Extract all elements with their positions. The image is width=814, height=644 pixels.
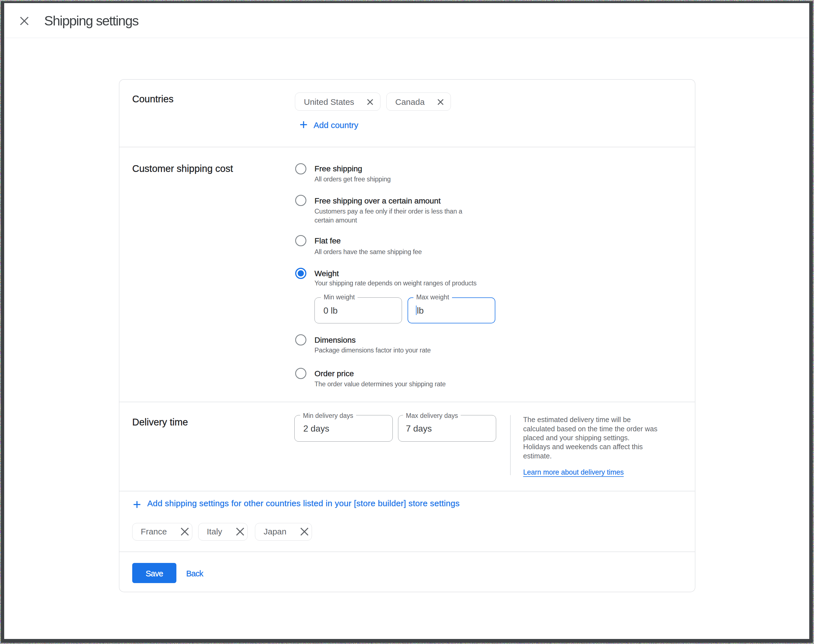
chip-remove-icon[interactable] xyxy=(437,99,444,105)
save-button-label[interactable]: Save xyxy=(132,570,176,578)
chip-united-states: United States xyxy=(295,92,380,111)
radio-description: Package dimensions factor into your rate xyxy=(314,347,431,354)
add-country-plus-icon[interactable] xyxy=(300,121,307,128)
chip-label: United States xyxy=(304,98,354,106)
chip-canada: Canada xyxy=(386,92,451,111)
radio-description: All orders get free shipping xyxy=(314,176,391,183)
section-divider xyxy=(120,491,695,491)
radio-label[interactable]: Dimensions xyxy=(314,336,356,344)
chip-label: Canada xyxy=(395,98,425,106)
radio-unselected-option-3[interactable] xyxy=(295,235,307,246)
max-weight-value[interactable]: lb xyxy=(417,306,424,315)
delivery-note-line: The estimated delivery time will be xyxy=(523,416,631,423)
chip-remove-icon[interactable] xyxy=(300,527,309,536)
text-caret xyxy=(416,305,417,315)
max-weight-floating-label: Max weight xyxy=(414,294,452,301)
add-shipping-settings-link[interactable]: Add shipping settings for other countrie… xyxy=(147,499,460,508)
min-weight-floating-label: Min weight xyxy=(321,294,357,301)
radio-label[interactable]: Weight xyxy=(314,270,339,277)
chip-remove-icon[interactable] xyxy=(181,527,189,536)
radio-unselected-option-2[interactable] xyxy=(295,195,307,206)
radio-description: Customers pay a fee only if their order … xyxy=(314,208,462,215)
delivery-note-line: placed and your shipping settings. xyxy=(523,434,630,442)
settings-card: Countries United States Canada Add count… xyxy=(120,80,695,592)
customer-shipping-cost-label: Customer shipping cost xyxy=(132,164,233,173)
radio-unselected-option-6[interactable] xyxy=(295,368,307,379)
section-divider xyxy=(120,402,695,402)
close-icon[interactable] xyxy=(20,17,29,25)
radio-description: certain amount xyxy=(314,217,357,224)
chip-label: Italy xyxy=(207,527,222,536)
header-divider xyxy=(4,38,809,38)
chip-label: France xyxy=(141,527,167,536)
radio-label[interactable]: Order price xyxy=(314,370,354,377)
radio-unselected-option-5[interactable] xyxy=(295,334,307,345)
shipping-settings-dialog: { "header": { "title": "Shipping setting… xyxy=(0,0,814,644)
radio-selected-option-4[interactable] xyxy=(295,268,307,279)
radio-description: All orders have the same shipping fee xyxy=(314,249,422,256)
radio-label[interactable]: Free shipping over a certain amount xyxy=(314,197,440,205)
note-divider xyxy=(510,415,510,475)
chip-remove-icon[interactable] xyxy=(367,99,374,105)
chip-label: Japan xyxy=(264,527,287,536)
min-delivery-days-floating-label: Min delivery days xyxy=(300,412,356,419)
min-delivery-days-value[interactable]: 2 days xyxy=(303,424,329,433)
add-shipping-settings-plus-icon[interactable] xyxy=(133,501,141,508)
chip-remove-icon[interactable] xyxy=(236,527,244,536)
section-divider xyxy=(120,552,695,552)
chip-france: France xyxy=(132,523,192,541)
section-divider xyxy=(120,147,695,147)
min-weight-value[interactable]: 0 lb xyxy=(323,306,338,315)
radio-unselected-option-1[interactable] xyxy=(295,163,307,175)
chip-japan: Japan xyxy=(255,523,312,541)
radio-label[interactable]: Flat fee xyxy=(314,237,341,245)
learn-more-link[interactable]: Learn more about delivery times xyxy=(523,469,624,476)
radio-description: Your shipping rate depends on weight ran… xyxy=(314,280,477,287)
delivery-time-label: Delivery time xyxy=(132,417,188,427)
add-country-link[interactable]: Add country xyxy=(314,121,358,129)
chip-italy: Italy xyxy=(198,523,248,541)
countries-label: Countries xyxy=(132,94,173,104)
delivery-note-line: Holidays and weekends can affect this xyxy=(523,443,643,450)
back-link[interactable]: Back xyxy=(186,570,203,578)
radio-label[interactable]: Free shipping xyxy=(314,165,362,172)
delivery-note-line: calculated based on the time the order w… xyxy=(523,425,657,432)
delivery-note-line: estimate. xyxy=(523,452,552,460)
max-delivery-days-value[interactable]: 7 days xyxy=(406,424,432,433)
max-delivery-days-floating-label: Max delivery days xyxy=(403,412,461,419)
radio-description: The order value determines your shipping… xyxy=(314,381,446,388)
page-title: Shipping settings xyxy=(44,14,138,28)
